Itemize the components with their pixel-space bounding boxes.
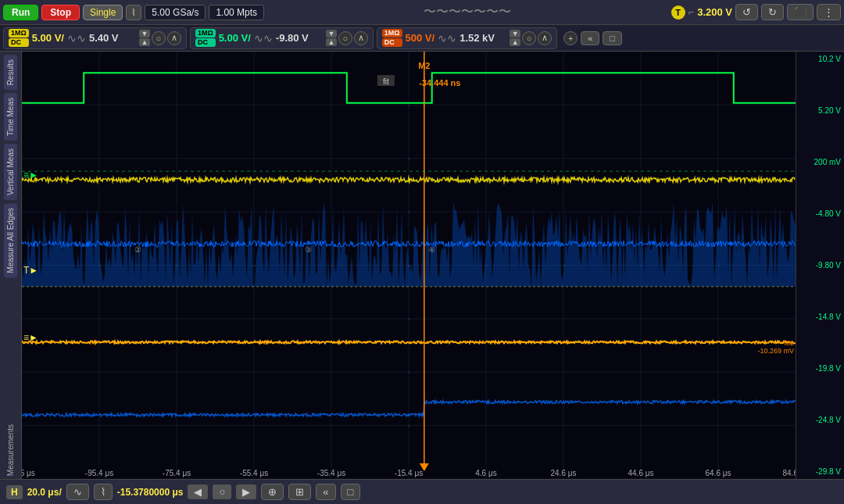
collapse-channels-button[interactable]: « (581, 31, 599, 45)
ch1-wave-icon: ∿∿ (67, 32, 86, 45)
sidebar-tab-vertical-meas[interactable]: Vertical Meas (4, 144, 17, 200)
ch3-menu-btn[interactable]: ∧ (538, 31, 552, 45)
ch2-label: 5.00 V/ (219, 32, 251, 44)
trigger-t-badge: T (671, 5, 685, 20)
wave-mode2-btn[interactable]: ⌇ (94, 484, 113, 500)
right-scale: 10.2 V 5.20 V 200 mV -4.80 V -9.80 V -14… (796, 52, 844, 479)
ch1-block[interactable]: 1MΩ DC 5.00 V/ ∿∿ 5.40 V ▼ ▲ ○ ∧ (3, 27, 187, 49)
ch1-menu-btn[interactable]: ∧ (167, 31, 181, 45)
channel-toolbar: 1MΩ DC 5.00 V/ ∿∿ 5.40 V ▼ ▲ ○ ∧ 1MΩ DC … (0, 25, 844, 52)
ch3-badge: 1MΩ (382, 29, 402, 38)
trigger-edge-icon: ⌐ (688, 6, 695, 18)
scale-label-8: -29.8 V (799, 467, 841, 476)
scale-label-5: -14.8 V (799, 313, 841, 321)
sample-rate-display: 5.00 GSa/s (145, 5, 206, 20)
time-left-btn[interactable]: ◀ (188, 484, 208, 499)
ch2-menu-btn[interactable]: ∧ (354, 31, 368, 45)
trigger-info: T ⌐ 3.200 V (671, 5, 732, 20)
main-area: Results Time Meas Vertical Meas Measure … (0, 52, 844, 479)
ch3-wave-icon: ∿∿ (438, 32, 456, 45)
top-toolbar: Run Stop Single ⌇ 5.00 GSa/s 1.00 Mpts 〜… (0, 0, 844, 25)
scale-label-7: -24.8 V (799, 416, 841, 424)
acq-mode-button[interactable]: ⬛ (787, 4, 814, 20)
ch1-label: 5.00 V/ (32, 32, 64, 44)
ch1-coupling: DC (9, 38, 29, 47)
ch1-badge: 1MΩ (9, 29, 29, 38)
undo-button[interactable]: ↺ (735, 4, 758, 20)
left-sidebar: Results Time Meas Vertical Meas Measure … (0, 52, 22, 479)
ch3-zero-btn[interactable]: ○ (522, 31, 536, 45)
ch2-badge: 1MΩ (195, 29, 216, 38)
sidebar-tab-results[interactable]: Results (4, 55, 17, 90)
ch3-label: 500 V/ (406, 32, 435, 44)
ch3-value: 1.52 kV (460, 32, 506, 44)
scale-label-1: 5.20 V (799, 106, 841, 115)
time-offset-display: -15.3780000 μs (117, 487, 184, 498)
ref-button[interactable]: □ (603, 31, 622, 45)
h-label: H (6, 485, 23, 499)
ch2-wave-icon: ∿∿ (254, 32, 273, 45)
scale-label-6: -19.8 V (799, 364, 841, 373)
collapse-btn[interactable]: « (316, 484, 335, 500)
ch1-controls: ▼ ▲ ○ ∧ (139, 30, 181, 46)
single-button[interactable]: Single (83, 5, 123, 20)
scale-label-0: 10.2 V (799, 55, 841, 63)
run-button[interactable]: Run (3, 5, 38, 20)
scale-label-2: 200 mV (799, 158, 841, 166)
time-right-btn[interactable]: ▶ (236, 484, 256, 499)
ch2-value: -9.80 V (276, 32, 323, 44)
ch2-arrows: ▼ ▲ (326, 30, 337, 46)
sidebar-tab-measure-all[interactable]: Measure All Edges (4, 203, 17, 277)
ref-bottom-btn[interactable]: □ (341, 484, 361, 500)
ch3-controls: ▼ ▲ ○ ∧ (510, 30, 552, 46)
time-center-btn[interactable]: ○ (213, 484, 231, 499)
ch3-arrows: ▼ ▲ (510, 30, 520, 46)
ch2-up-btn[interactable]: ▲ (326, 38, 337, 46)
scale-label-3: -4.80 V (799, 209, 841, 218)
bottom-toolbar: H 20.0 μs/ ∿ ⌇ -15.3780000 μs ◀ ○ ▶ ⊕ ⊞ … (0, 479, 844, 504)
ch2-coupling: DC (195, 38, 216, 47)
grid-btn[interactable]: ⊞ (288, 484, 311, 500)
add-channel-button[interactable]: + (563, 31, 578, 45)
cursors-button[interactable]: ⋮ (817, 4, 841, 20)
ch1-value: 5.40 V (89, 32, 136, 44)
scope-container: 10.2 V 5.20 V 200 mV -4.80 V -9.80 V -14… (22, 52, 844, 479)
ch2-down-btn[interactable]: ▼ (326, 30, 337, 38)
ch3-down-btn[interactable]: ▼ (510, 30, 520, 38)
acq-button[interactable]: ⌇ (126, 5, 141, 20)
ch2-zero-btn[interactable]: ○ (338, 31, 352, 45)
measurements-label: Measurements (6, 424, 15, 476)
trigger-wave-icon: 〜〜〜〜〜〜〜 (424, 4, 511, 20)
stop-button[interactable]: Stop (41, 5, 80, 20)
ch3-block[interactable]: 1MΩ DC 500 V/ ∿∿ 1.52 kV ▼ ▲ ○ ∧ (377, 27, 557, 49)
wave-mode-btn[interactable]: ∿ (66, 484, 89, 500)
ch1-arrows: ▼ ▲ (139, 30, 150, 46)
time-div-display: 20.0 μs/ (27, 487, 62, 498)
ch3-coupling: DC (382, 38, 402, 47)
redo-button[interactable]: ↻ (761, 4, 784, 20)
sidebar-tab-time-meas[interactable]: Time Meas (4, 93, 17, 141)
scope-display[interactable] (22, 52, 796, 479)
zoom-btn[interactable]: ⊕ (261, 484, 284, 500)
trigger-level-display: 3.200 V (697, 6, 732, 18)
ch1-up-btn[interactable]: ▲ (139, 38, 150, 46)
ch1-zero-btn[interactable]: ○ (152, 31, 166, 45)
scale-label-4: -9.80 V (799, 261, 841, 270)
ch1-down-btn[interactable]: ▼ (139, 30, 150, 38)
memory-display: 1.00 Mpts (209, 5, 264, 20)
acq-wave-icon: ⌇ (131, 7, 136, 18)
ch2-controls: ▼ ▲ ○ ∧ (326, 30, 368, 46)
ch2-block[interactable]: 1MΩ DC 5.00 V/ ∿∿ -9.80 V ▼ ▲ ○ ∧ (190, 27, 374, 49)
ch3-up-btn[interactable]: ▲ (510, 38, 520, 46)
